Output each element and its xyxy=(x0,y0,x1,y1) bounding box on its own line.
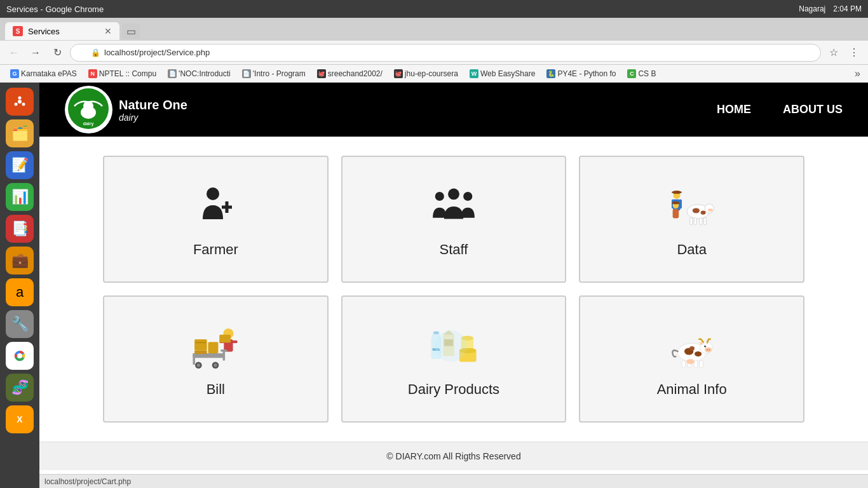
bookmark-favicon: W xyxy=(470,69,478,78)
bookmark-noc[interactable]: 📄 'NOC:Introducti xyxy=(163,68,236,79)
os-bar: Services - Google Chrome Nagaraj 2:04 PM xyxy=(0,0,868,18)
refresh-button[interactable]: ↻ xyxy=(48,44,66,62)
svg-point-27 xyxy=(700,210,705,214)
tab-bar: S Services ✕ ▭ xyxy=(0,18,868,41)
bookmark-csb[interactable]: C CS B xyxy=(622,68,661,79)
logo-inner: dairy xyxy=(68,88,109,132)
svg-point-16 xyxy=(463,191,472,200)
taskbar-calc-icon[interactable]: 📊 xyxy=(6,183,34,211)
taskbar-xampp-icon[interactable]: X xyxy=(6,405,34,433)
active-tab[interactable]: S Services ✕ xyxy=(5,22,119,40)
svg-point-4 xyxy=(18,100,22,104)
service-card-data[interactable]: Data xyxy=(579,156,804,283)
bookmark-star-icon[interactable]: ☆ xyxy=(825,44,843,62)
service-label-farmer: Farmer xyxy=(193,241,238,258)
svg-point-76 xyxy=(709,349,710,350)
taskbar-briefcase-icon[interactable]: 💼 xyxy=(6,247,34,274)
logo-area: dairy Nature One dairy xyxy=(65,86,187,133)
svg-rect-41 xyxy=(196,342,206,343)
address-bar[interactable]: 🔒 localhost/project/Service.php xyxy=(70,44,821,62)
bookmark-favicon: G xyxy=(10,69,19,78)
nav-home-link[interactable]: HOME xyxy=(717,103,751,116)
bookmark-karnataka[interactable]: G Karnataka ePAS xyxy=(5,68,82,79)
svg-text:dairy: dairy xyxy=(83,121,94,126)
svg-point-66 xyxy=(435,330,467,362)
svg-rect-38 xyxy=(193,353,224,358)
bookmark-label: NPTEL :: Compu xyxy=(99,69,156,78)
svg-rect-32 xyxy=(700,217,702,224)
bookmark-jhu[interactable]: 🐙 jhu-ep-coursera xyxy=(389,68,463,79)
bookmark-favicon: 📄 xyxy=(242,69,251,78)
svg-rect-79 xyxy=(682,360,686,367)
taskbar-files-icon[interactable]: 🗂️ xyxy=(6,119,34,147)
bookmark-favicon: 📄 xyxy=(168,69,177,78)
service-card-farmer[interactable]: Farmer xyxy=(103,156,329,283)
dairy-icon: Milk xyxy=(428,321,479,372)
bookmark-py4e[interactable]: 🐍 PY4E - Python fo xyxy=(541,68,621,79)
svg-rect-48 xyxy=(220,334,231,342)
svg-point-52 xyxy=(214,363,217,367)
tab-close-button[interactable]: ✕ xyxy=(104,26,112,36)
svg-rect-54 xyxy=(220,349,227,351)
svg-rect-82 xyxy=(700,360,703,367)
taskbar-ubuntu-icon[interactable] xyxy=(6,88,34,116)
taskbar-impress-icon[interactable]: 📑 xyxy=(6,215,34,243)
taskbar-writer-icon[interactable]: 📝 xyxy=(6,151,34,179)
taskbar-chrome-icon[interactable] xyxy=(6,342,34,370)
svg-point-26 xyxy=(692,208,699,213)
svg-point-29 xyxy=(707,208,712,212)
left-taskbar: 🗂️ 📝 📊 📑 💼 a 🔧 🧬 X xyxy=(0,83,39,488)
svg-point-7 xyxy=(17,353,22,358)
back-button[interactable]: ← xyxy=(5,44,23,62)
svg-point-12 xyxy=(207,187,219,200)
tab-title: Services xyxy=(28,27,60,36)
bookmark-favicon: 🐙 xyxy=(394,69,403,78)
os-user: Nagaraj xyxy=(799,4,825,13)
bookmark-intro[interactable]: 📄 'Intro - Program xyxy=(237,68,311,79)
svg-rect-31 xyxy=(694,217,696,224)
bookmark-sreechand[interactable]: 🐙 sreechand2002/ xyxy=(312,68,388,79)
svg-point-3 xyxy=(22,103,25,106)
main-layout: 🗂️ 📝 📊 📑 💼 a 🔧 🧬 X xyxy=(0,83,868,488)
svg-rect-47 xyxy=(232,340,238,342)
bookmark-favicon: N xyxy=(88,69,97,78)
nav-links: HOME ABOUT US xyxy=(717,103,843,116)
svg-point-2 xyxy=(15,103,18,106)
bookmarks-more-button[interactable]: » xyxy=(852,67,863,81)
svg-point-78 xyxy=(705,345,706,346)
bookmark-label: Web EasyShare xyxy=(480,69,536,78)
new-tab-button[interactable]: ▭ xyxy=(122,24,140,39)
service-card-animal[interactable]: Animal Info xyxy=(579,295,804,423)
more-options-icon[interactable]: ⋮ xyxy=(845,44,863,62)
service-card-staff[interactable]: Staff xyxy=(341,156,567,283)
svg-rect-81 xyxy=(694,360,698,367)
animal-icon xyxy=(667,321,717,372)
site-navbar: dairy Nature One dairy HOME ABOUT US xyxy=(39,83,868,137)
taskbar-amazon-icon[interactable]: a xyxy=(6,278,34,306)
service-label-data: Data xyxy=(677,241,706,258)
svg-rect-40 xyxy=(194,339,207,350)
bookmark-nptel[interactable]: N NPTEL :: Compu xyxy=(83,68,161,79)
logo-subtitle: dairy xyxy=(119,112,187,123)
bookmark-favicon: 🐙 xyxy=(317,69,326,78)
svg-rect-53 xyxy=(223,350,226,360)
taskbar-tools-icon[interactable]: 🔧 xyxy=(6,310,34,338)
svg-point-69 xyxy=(695,351,702,356)
nav-about-link[interactable]: ABOUT US xyxy=(783,103,843,116)
service-card-dairy[interactable]: Milk xyxy=(341,295,567,423)
svg-rect-43 xyxy=(208,342,219,353)
service-label-dairy: Dairy Products xyxy=(408,381,499,398)
taskbar-bio-icon[interactable]: 🧬 xyxy=(6,374,34,402)
svg-point-10 xyxy=(83,101,93,111)
nav-right-controls: ☆ ⋮ xyxy=(825,44,863,62)
bookmark-easyshare[interactable]: W Web EasyShare xyxy=(465,68,541,79)
service-card-bill[interactable]: Bill xyxy=(103,295,329,423)
svg-point-70 xyxy=(689,346,695,350)
bookmark-favicon: C xyxy=(627,69,636,78)
navigation-bar: ← → ↻ 🔒 localhost/project/Service.php ☆ … xyxy=(0,41,868,65)
url-text: localhost/project/Service.php xyxy=(104,48,210,57)
svg-rect-39 xyxy=(193,353,196,365)
forward-button[interactable]: → xyxy=(27,44,44,62)
svg-rect-37 xyxy=(673,201,678,204)
status-bar: localhost/project/Cart.php xyxy=(39,474,868,488)
